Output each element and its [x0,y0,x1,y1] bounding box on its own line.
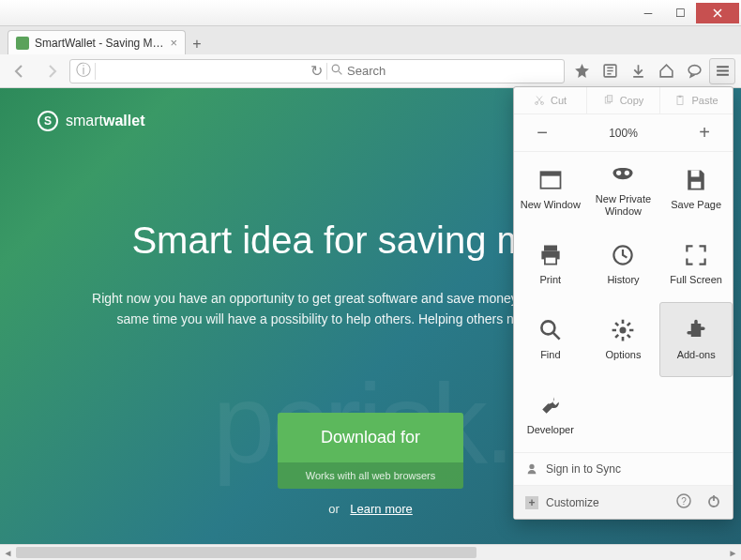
cta-section: Download for Works with all web browsers… [278,413,463,516]
chat-icon[interactable] [681,58,707,84]
zoom-level: 100% [570,127,676,140]
menu-add-ons[interactable]: Add-ons [659,302,733,377]
brand-logo-icon: S [38,111,58,131]
reload-icon[interactable]: ↻ [310,62,323,80]
back-button[interactable] [6,58,34,84]
menu-copy[interactable]: Copy [587,87,660,114]
menu-developer[interactable]: Developer [514,377,587,452]
horizontal-scrollbar[interactable]: ◄ ► [0,544,741,560]
learn-more-link[interactable]: Learn more [350,502,412,516]
scroll-right-arrow[interactable]: ► [725,545,741,561]
menu-print[interactable]: Print [514,227,587,302]
tab-strip: SmartWallet - Saving Mon... × + [0,26,741,54]
menu-new-window[interactable]: New Window [514,152,587,227]
bookmark-star-icon[interactable] [568,58,595,84]
navigation-toolbar: ⓘ ↻ [0,54,741,88]
svg-rect-14 [691,182,702,189]
svg-point-2 [688,66,701,75]
reader-icon[interactable] [597,58,623,84]
customize-icon: + [525,496,538,509]
svg-text:?: ? [681,496,687,507]
zoom-in-button[interactable]: + [676,114,733,151]
power-icon[interactable] [706,493,721,511]
svg-point-20 [620,327,627,334]
menu-paste[interactable]: Paste [660,87,733,114]
download-subtext: Works with all web browsers [278,462,463,489]
menu-new-private-window[interactable]: New Private Window [587,152,660,227]
site-brand: S smartwallet [38,111,144,131]
menu-history[interactable]: History [587,227,660,302]
browser-tab[interactable]: SmartWallet - Saving Mon... × [8,30,186,54]
learn-more-row: or Learn more [278,502,463,516]
download-button[interactable]: Download for [278,413,463,462]
svg-rect-17 [545,257,556,265]
close-button[interactable] [696,3,739,23]
forward-button[interactable] [38,58,66,84]
scroll-left-arrow[interactable]: ◄ [0,545,16,561]
tab-close-icon[interactable]: × [170,36,177,50]
svg-point-12 [625,170,629,174]
new-tab-button[interactable]: + [186,34,208,54]
search-icon [331,63,343,80]
menu-full-screen[interactable]: Full Screen [659,227,733,302]
menu-save-page[interactable]: Save Page [659,152,733,227]
zoom-out-button[interactable]: − [514,114,570,151]
svg-rect-8 [679,96,682,98]
help-icon[interactable]: ? [676,493,691,511]
menu-customize[interactable]: Customize [546,496,599,509]
svg-rect-13 [691,171,700,177]
svg-rect-10 [540,173,560,176]
downloads-icon[interactable] [625,58,651,84]
menu-find[interactable]: Find [514,302,587,377]
tab-favicon [16,37,29,50]
home-icon[interactable] [653,58,679,84]
url-search-bar[interactable]: ⓘ ↻ [69,59,565,83]
hamburger-menu-panel: Cut Copy Paste − 100% + New Window New P… [513,86,733,520]
svg-rect-6 [607,96,612,102]
brand-name: smartwallet [66,113,144,129]
svg-point-11 [616,170,621,174]
scrollbar-thumb[interactable] [16,547,476,558]
minimize-button[interactable]: ─ [632,3,664,23]
window-titlebar: ─ ☐ [0,0,741,26]
svg-rect-15 [544,246,557,251]
menu-options[interactable]: Options [587,302,660,377]
svg-point-0 [332,65,339,71]
tab-title: SmartWallet - Saving Mon... [35,37,164,50]
menu-sign-in-sync[interactable]: Sign in to Sync [514,452,733,485]
maximize-button[interactable]: ☐ [664,3,696,23]
svg-point-21 [529,464,534,469]
identity-icon: ⓘ [76,61,91,81]
menu-cut[interactable]: Cut [514,87,587,114]
search-input[interactable] [347,64,558,78]
svg-point-19 [541,322,554,335]
